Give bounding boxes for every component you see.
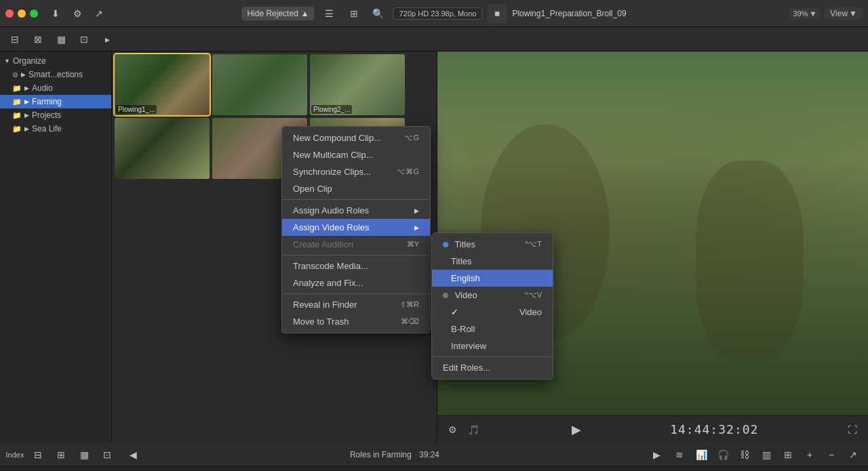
titles-shortcut: ^⌥T xyxy=(525,240,542,249)
sea-life-chevron-icon: ▶ xyxy=(24,125,29,132)
sort-button[interactable]: ▸ xyxy=(98,30,117,49)
video-dot-icon xyxy=(443,293,448,298)
organize-label: Organize xyxy=(13,56,46,66)
grid-view-button[interactable]: ⊞ xyxy=(344,4,363,23)
assign-video-roles-label: Assign Video Roles xyxy=(293,222,370,232)
menu-item-new-compound-clip[interactable]: New Compound Clip... ⌥G xyxy=(282,129,430,146)
timeline-nav-right[interactable]: ⊞ xyxy=(52,445,71,464)
sidebar-item-organize[interactable]: ▼ Organize xyxy=(0,54,111,68)
menu-item-assign-video-roles[interactable]: Assign Video Roles Titles ^⌥T Titles xyxy=(282,219,430,236)
sidebar-item-smart-collections[interactable]: ⚙ ▶ Smart...ections xyxy=(0,68,111,81)
close-button[interactable] xyxy=(5,9,14,18)
timeline-arrow-left[interactable]: ◀ xyxy=(123,445,142,464)
submenu-item-video[interactable]: Video ^⌥V xyxy=(432,287,553,304)
hide-rejected-button[interactable]: Hide Rejected ▲ xyxy=(241,7,314,20)
sidebar: ▼ Organize ⚙ ▶ Smart...ections 📁 ▶ Audio… xyxy=(0,52,112,443)
grid-layout-button[interactable]: ⊟ xyxy=(5,30,24,49)
minimize-button[interactable] xyxy=(18,9,26,18)
clip-thumbnail-4[interactable] xyxy=(115,118,210,179)
reveal-shortcut: ⇧⌘R xyxy=(400,300,419,309)
preview-settings-button[interactable]: ⚙ xyxy=(446,422,460,438)
clip-label-1: Plowing1_... xyxy=(116,105,157,114)
transform-button[interactable]: ⊞ xyxy=(778,445,797,464)
preview-right-controls: ⛶ xyxy=(845,422,860,438)
play-button[interactable]: ▶ xyxy=(569,419,584,440)
new-compound-clip-label: New Compound Clip... xyxy=(293,133,381,143)
filmstrip-button[interactable]: ▦ xyxy=(52,30,71,49)
timeline-display-button[interactable]: ▦ xyxy=(75,445,94,464)
timeline-arrow-right[interactable]: ▶ xyxy=(647,445,666,464)
submenu-item-b-roll[interactable]: B-Roll xyxy=(432,321,553,337)
submenu-item-english[interactable]: English xyxy=(432,270,553,287)
menu-item-create-audition[interactable]: Create Audition ⌘Y xyxy=(282,236,430,253)
hide-rejected-label: Hide Rejected xyxy=(247,9,298,18)
traffic-lights xyxy=(5,9,38,18)
browser-area: Plowing1_... Plowing2_... New Compound C… xyxy=(112,52,437,443)
projects-chevron-icon: ▶ xyxy=(24,112,29,119)
sidebar-item-audio[interactable]: 📁 ▶ Audio xyxy=(0,81,111,95)
submenu-item-titles-sub[interactable]: Titles xyxy=(432,253,553,270)
submenu-item-titles[interactable]: Titles ^⌥T xyxy=(432,236,553,253)
timeline-nav-left[interactable]: ⊟ xyxy=(28,445,47,464)
sidebar-item-projects[interactable]: 📁 ▶ Projects xyxy=(0,108,111,122)
waveform-button[interactable]: ≋ xyxy=(670,445,689,464)
share-timeline-button[interactable]: ↗ xyxy=(844,445,863,464)
share-button[interactable]: ↗ xyxy=(90,4,108,23)
hide-rejected-arrow: ▲ xyxy=(301,9,309,18)
headphone-button[interactable]: 🎧 xyxy=(713,445,732,464)
clip-thumbnail-3[interactable]: Plowing2_... xyxy=(310,54,405,115)
menu-item-move-to-trash[interactable]: Move to Trash ⌘⌫ xyxy=(282,313,430,330)
menu-item-transcode-media[interactable]: Transcode Media... xyxy=(282,258,430,274)
maximize-button[interactable] xyxy=(30,9,38,18)
titles-dot-icon xyxy=(443,242,448,247)
clip-display-button[interactable]: ⊡ xyxy=(75,30,94,49)
audio-folder-icon: 📁 xyxy=(12,84,22,93)
video-checked-label: Video xyxy=(519,307,542,317)
menu-item-synchronize-clips[interactable]: Synchronize Clips... ⌥⌘G xyxy=(282,163,430,180)
timecode-display: 14:44:32:02 xyxy=(670,422,758,436)
search-button[interactable]: 🔍 xyxy=(369,4,388,23)
menu-item-assign-audio-roles[interactable]: Assign Audio Roles xyxy=(282,202,430,219)
submenu-item-edit-roles[interactable]: Edit Roles... xyxy=(432,359,553,376)
timeline-roles-label: Roles in Farming 39:24 xyxy=(146,450,643,459)
video-check-icon: ✓ xyxy=(451,307,458,317)
zoom-out-button[interactable]: − xyxy=(822,445,841,464)
submenu-separator xyxy=(432,356,553,357)
clip-thumbnail-1[interactable]: Plowing1_... xyxy=(115,54,210,115)
timeline-clip-button[interactable]: ⊡ xyxy=(98,445,117,464)
list-layout-button[interactable]: ⊠ xyxy=(28,30,47,49)
menu-item-analyze-fix[interactable]: Analyze and Fix... xyxy=(282,274,430,291)
sidebar-item-farming[interactable]: 📁 ▶ Farming xyxy=(0,95,111,108)
submenu-item-interview[interactable]: Interview xyxy=(432,337,553,354)
media-import-button[interactable]: ⬇ xyxy=(46,4,65,23)
menu-item-open-clip[interactable]: Open Clip xyxy=(282,180,430,197)
sidebar-item-sea-life[interactable]: 📁 ▶ Sea Life xyxy=(0,122,111,136)
submenu-item-video-checked[interactable]: ✓ Video xyxy=(432,304,553,321)
organize-chevron-icon: ▼ xyxy=(4,58,10,64)
separator-3 xyxy=(282,293,430,294)
clip-thumbnail-2[interactable] xyxy=(212,54,307,115)
menu-item-reveal-in-finder[interactable]: Reveal in Finder ⇧⌘R xyxy=(282,296,430,313)
view-button[interactable]: View ▼ xyxy=(825,7,863,20)
menu-item-new-multicam-clip[interactable]: New Multicam Clip... xyxy=(282,146,430,163)
fullscreen-button[interactable]: ⛶ xyxy=(845,422,860,438)
zoom-in-button[interactable]: + xyxy=(800,445,819,464)
audio-chevron-icon: ▶ xyxy=(24,85,29,91)
clip-settings-button[interactable]: ⚙ xyxy=(68,4,87,23)
video-format-label: 720p HD 23.98p, Mono xyxy=(399,9,477,18)
video-format-info: 720p HD 23.98p, Mono xyxy=(393,7,483,20)
trash-shortcut: ⌘⌫ xyxy=(401,317,419,326)
zoom-button[interactable]: 39% ▼ xyxy=(789,8,821,19)
timeline-index-button[interactable]: Index xyxy=(5,445,24,464)
audio-meter-button[interactable]: ◼ xyxy=(488,4,507,23)
edit-roles-label: Edit Roles... xyxy=(443,363,490,373)
list-view-button[interactable]: ☰ xyxy=(320,4,339,23)
clip-appearance-button[interactable]: ▥ xyxy=(757,445,776,464)
transcode-media-label: Transcode Media... xyxy=(293,261,368,271)
audio-meter-timeline[interactable]: 📊 xyxy=(692,445,711,464)
b-roll-label: B-Roll xyxy=(451,324,475,334)
link-button[interactable]: ⛓ xyxy=(735,445,754,464)
projects-folder-icon: 📁 xyxy=(12,111,22,120)
create-audition-label: Create Audition xyxy=(293,239,353,249)
audio-settings-button[interactable]: 🎵 xyxy=(465,422,482,438)
